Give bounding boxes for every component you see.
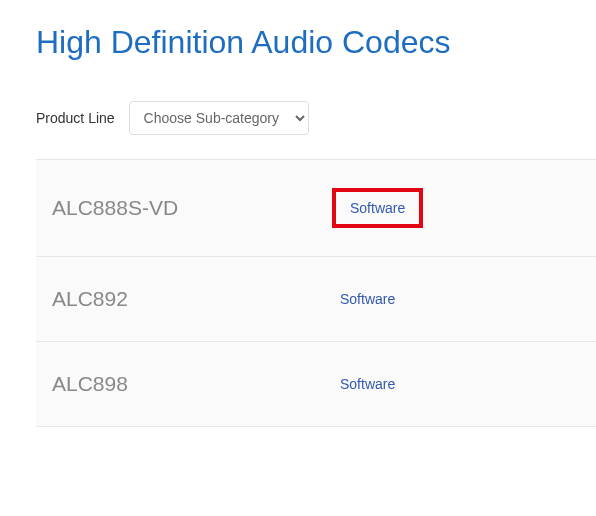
product-row: ALC888S-VD Software xyxy=(36,159,596,256)
subcategory-select[interactable]: Choose Sub-category xyxy=(129,101,309,135)
product-line-label: Product Line xyxy=(36,110,115,126)
software-link[interactable]: Software xyxy=(332,285,403,313)
product-row: ALC898 Software xyxy=(36,341,596,427)
product-list: ALC888S-VD Software ALC892 Software ALC8… xyxy=(36,159,596,427)
filter-row: Product Line Choose Sub-category xyxy=(0,79,596,159)
software-link[interactable]: Software xyxy=(332,188,423,228)
product-name: ALC892 xyxy=(52,287,332,311)
software-link[interactable]: Software xyxy=(332,370,403,398)
page-title: High Definition Audio Codecs xyxy=(0,0,596,79)
product-name: ALC898 xyxy=(52,372,332,396)
product-name: ALC888S-VD xyxy=(52,196,332,220)
product-row: ALC892 Software xyxy=(36,256,596,341)
